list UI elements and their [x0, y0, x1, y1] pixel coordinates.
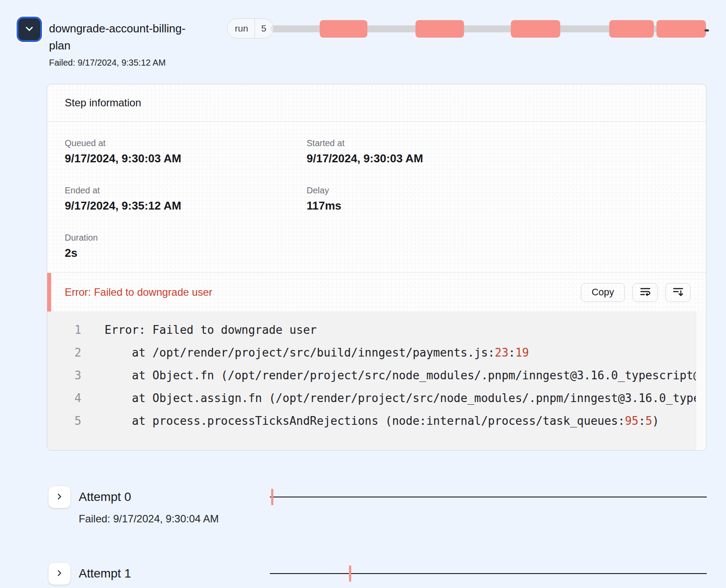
- scroll-to-bottom-icon: [672, 286, 684, 299]
- stack-trace-section: 1Error: Failed to downgrade user2 at /op…: [47, 312, 706, 451]
- timeline-segment[interactable]: [320, 20, 367, 38]
- line-content: at Object.assign.fn (/opt/render/project…: [105, 387, 696, 410]
- stack-trace-line: 5 at process.processTicksAndRejections (…: [47, 410, 696, 432]
- run-badge-label: run: [227, 19, 255, 38]
- info-field: Started at9/17/2024, 9:30:03 AM: [307, 137, 691, 165]
- stack-trace-scrollbar[interactable]: [696, 312, 706, 451]
- stack-trace-line: 3 at Object.fn (/opt/render/project/src/…: [47, 364, 696, 387]
- stack-trace-line: 4 at Object.assign.fn (/opt/render/proje…: [47, 387, 696, 410]
- info-field-value: 9/17/2024, 9:30:03 AM: [307, 151, 691, 165]
- step-info-section: Queued at9/17/2024, 9:30:03 AMStarted at…: [47, 122, 706, 273]
- expand-attempt-button[interactable]: [48, 486, 71, 508]
- error-banner: Error: Failed to downgrade user Copy: [47, 273, 706, 312]
- timeline-end-marker: [705, 29, 709, 32]
- line-content: at process.processTicksAndRejections (no…: [105, 410, 659, 432]
- expand-attempt-button[interactable]: [48, 562, 71, 585]
- line-number: 5: [65, 410, 81, 432]
- info-field-value: 117ms: [307, 199, 691, 213]
- line-number: 4: [65, 387, 81, 410]
- attempt-label: Attempt 0: [79, 490, 131, 504]
- line-content: Error: Failed to downgrade user: [105, 318, 317, 341]
- error-message: Error: Failed to downgrade user: [65, 286, 581, 298]
- step-name: downgrade-account-billing-plan: [49, 20, 200, 54]
- line-number: 2: [65, 341, 81, 364]
- info-field-value: 9/17/2024, 9:35:12 AM: [65, 199, 307, 213]
- line-number: 1: [65, 318, 81, 341]
- stack-trace-line: 1Error: Failed to downgrade user: [47, 318, 696, 341]
- info-field: Queued at9/17/2024, 9:30:03 AM: [65, 137, 307, 165]
- card-title: Step information: [47, 84, 706, 122]
- chevron-down-icon: [24, 23, 35, 36]
- step-status: Failed: 9/17/2024, 9:35:12 AM: [49, 58, 200, 68]
- attempt-row: Attempt 1: [48, 562, 707, 588]
- line-number: 3: [65, 364, 81, 387]
- chevron-right-icon: [55, 492, 64, 503]
- info-field: Duration2s: [65, 232, 307, 260]
- timeline-segment[interactable]: [656, 20, 706, 38]
- error-actions: Copy: [581, 283, 691, 302]
- attempt-status: Failed: 9/17/2024, 9:30:04 AM: [79, 513, 219, 525]
- timeline-segment[interactable]: [511, 20, 560, 38]
- attempt-label: Attempt 1: [79, 567, 131, 581]
- stack-trace: 1Error: Failed to downgrade user2 at /op…: [47, 312, 696, 451]
- step-information-card: Step information Queued at9/17/2024, 9:3…: [47, 84, 706, 451]
- info-field-label: Started at: [307, 137, 691, 149]
- chevron-right-icon: [55, 568, 64, 579]
- step-detail-page: downgrade-account-billing-plan Failed: 9…: [0, 0, 726, 588]
- collapse-step-button[interactable]: [17, 17, 42, 42]
- run-badge-count: 5: [255, 19, 273, 38]
- attempt-row: Attempt 0Failed: 9/17/2024, 9:30:04 AM: [48, 486, 707, 542]
- info-field-value: 9/17/2024, 9:30:03 AM: [65, 151, 307, 165]
- attempt-timeline: [270, 497, 707, 497]
- info-field-label: Duration: [65, 232, 307, 243]
- attempt-tick: [271, 489, 273, 505]
- wrap-text-button[interactable]: [632, 283, 658, 302]
- attempt-timeline: [270, 573, 707, 574]
- timeline-segment[interactable]: [609, 20, 654, 38]
- step-heading: downgrade-account-billing-plan Failed: 9…: [49, 20, 200, 68]
- stack-trace-line: 2 at /opt/render/project/src/build/innge…: [47, 341, 696, 364]
- info-field: Ended at9/17/2024, 9:35:12 AM: [65, 185, 307, 213]
- info-field-label: Queued at: [65, 137, 307, 149]
- info-field-label: Delay: [307, 185, 691, 196]
- info-field: Delay117ms: [307, 185, 691, 213]
- line-content: at Object.fn (/opt/render/project/src/no…: [105, 364, 696, 387]
- info-field-value: 2s: [65, 246, 307, 260]
- timeline-segment[interactable]: [415, 20, 464, 38]
- run-track: [270, 25, 707, 32]
- step-info-grid: Queued at9/17/2024, 9:30:03 AMStarted at…: [65, 137, 691, 260]
- line-content: at /opt/render/project/src/build/inngest…: [105, 341, 529, 364]
- scroll-to-bottom-button[interactable]: [665, 283, 691, 302]
- copy-button[interactable]: Copy: [581, 283, 625, 302]
- run-badge: run 5: [227, 18, 274, 38]
- wrap-text-icon: [639, 286, 651, 299]
- attempt-tick: [349, 565, 351, 582]
- run-timeline: run 5: [227, 18, 707, 40]
- info-field-label: Ended at: [65, 185, 307, 196]
- error-accent-bar: [47, 273, 51, 312]
